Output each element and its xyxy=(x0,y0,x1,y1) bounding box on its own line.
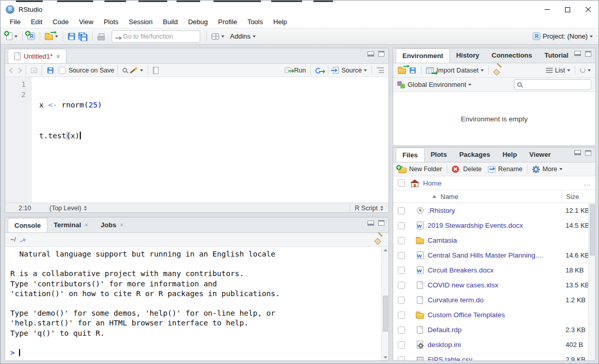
code-area[interactable]: x <- rnorm(25) t.test(x) xyxy=(32,77,102,203)
forward-button[interactable] xyxy=(15,67,23,74)
minimize-pane-icon[interactable] xyxy=(367,51,374,57)
tab-packages[interactable]: Packages xyxy=(453,148,496,162)
scrollbar-thumb[interactable] xyxy=(383,296,388,332)
compile-report-button[interactable] xyxy=(151,65,160,76)
minimize-pane-icon[interactable] xyxy=(574,150,581,155)
breadcrumb-more-button[interactable]: ... xyxy=(584,179,591,187)
file-checkbox[interactable] xyxy=(398,267,405,274)
addins-button[interactable]: Addins xyxy=(226,31,257,42)
load-workspace-button[interactable] xyxy=(396,65,408,76)
list-view-button[interactable]: List xyxy=(544,65,572,76)
file-checkbox[interactable] xyxy=(398,341,405,349)
clear-environment-button[interactable] xyxy=(492,65,504,76)
file-checkbox[interactable] xyxy=(398,237,405,244)
rename-button[interactable]: Rename xyxy=(486,164,524,174)
tab-connections[interactable]: Connections xyxy=(485,48,538,63)
menu-debug[interactable]: Debug xyxy=(183,18,213,26)
maximize-pane-icon[interactable] xyxy=(378,220,384,226)
close-tab-icon[interactable]: × xyxy=(56,53,60,60)
find-replace-button[interactable] xyxy=(121,66,129,74)
minimize-pane-icon[interactable] xyxy=(367,221,374,226)
file-row[interactable]: desktop.ini402 B xyxy=(393,337,595,352)
minimize-pane-icon[interactable] xyxy=(574,51,581,56)
clear-console-icon[interactable] xyxy=(375,235,383,244)
scroll-down-icon[interactable] xyxy=(383,356,387,359)
scroll-up-icon[interactable] xyxy=(383,249,387,251)
pane-layout-button[interactable] xyxy=(210,32,226,41)
file-row[interactable]: Circuit Breakers.docx18 KB xyxy=(393,263,595,278)
document-outline-button[interactable] xyxy=(375,66,385,75)
console-prompt-line[interactable]: > xyxy=(10,348,378,358)
save-all-button[interactable] xyxy=(77,31,89,42)
files-scrollbar[interactable] xyxy=(588,203,595,361)
delete-button[interactable]: Delete xyxy=(450,164,483,174)
menu-code[interactable]: Code xyxy=(47,18,74,26)
maximize-button[interactable] xyxy=(557,3,578,16)
goto-file-input[interactable] xyxy=(123,33,197,40)
close-button[interactable] xyxy=(578,3,598,16)
environment-search[interactable] xyxy=(514,79,591,90)
file-row[interactable]: COVID new cases.xlsx13.5 KB xyxy=(393,278,595,293)
file-checkbox[interactable] xyxy=(398,356,405,361)
file-row[interactable]: Custom Office Templates xyxy=(393,307,595,322)
project-menu-button[interactable]: Project: (None) xyxy=(531,31,594,42)
menu-build[interactable]: Build xyxy=(158,18,183,26)
file-type-selector[interactable]: R Script xyxy=(349,203,384,213)
file-row[interactable]: Camtasia xyxy=(393,233,595,248)
menu-view[interactable]: View xyxy=(74,18,98,26)
menu-file[interactable]: File xyxy=(5,18,26,26)
select-all-checkbox[interactable] xyxy=(398,179,405,187)
source-button[interactable]: Source xyxy=(331,65,368,76)
tab-plots[interactable]: Plots xyxy=(425,148,453,162)
import-dataset-button[interactable]: Import Dataset xyxy=(425,65,485,76)
close-tab-icon[interactable]: × xyxy=(120,222,124,229)
tab-environment[interactable]: Environment xyxy=(396,48,450,63)
goto-file-search[interactable] xyxy=(112,30,200,43)
refresh-button[interactable] xyxy=(578,66,592,75)
menu-edit[interactable]: Edit xyxy=(26,18,47,26)
save-source-button[interactable] xyxy=(45,65,56,76)
file-row[interactable]: .Rhistory12.1 KB xyxy=(393,203,595,218)
file-checkbox[interactable] xyxy=(398,207,405,214)
menu-help[interactable]: Help xyxy=(268,18,292,26)
file-row[interactable]: Central Sand Hills Master Planning....14… xyxy=(393,248,595,263)
console-output[interactable]: Natural language support but running in … xyxy=(5,247,389,361)
file-checkbox[interactable] xyxy=(398,297,405,304)
menu-session[interactable]: Session xyxy=(124,18,157,26)
source-on-save-checkbox[interactable] xyxy=(59,67,66,74)
rerun-button[interactable] xyxy=(314,65,325,75)
column-size[interactable]: Size xyxy=(561,190,595,203)
maximize-pane-icon[interactable] xyxy=(585,51,591,57)
file-checkbox[interactable] xyxy=(398,252,405,259)
new-folder-button[interactable]: New Folder xyxy=(397,164,444,175)
console-scrollbar[interactable] xyxy=(381,247,389,361)
maximize-pane-icon[interactable] xyxy=(378,51,384,57)
file-checkbox[interactable] xyxy=(398,312,405,319)
print-button[interactable] xyxy=(96,31,107,42)
back-button[interactable] xyxy=(8,67,15,74)
scope-selector[interactable]: (Top Level) xyxy=(49,205,88,212)
file-row[interactable]: 2019 Stewardship Events.docx14.5 KB xyxy=(393,218,595,233)
file-checkbox[interactable] xyxy=(398,282,405,289)
scrollbar-thumb[interactable] xyxy=(590,204,595,256)
tab-viewer[interactable]: Viewer xyxy=(523,148,557,162)
tab-files[interactable]: Files xyxy=(396,148,425,162)
global-environment-selector[interactable]: Global Environment xyxy=(408,81,466,88)
column-name[interactable]: Name xyxy=(432,193,459,201)
file-checkbox[interactable] xyxy=(398,222,405,229)
open-in-new-window-button[interactable] xyxy=(29,66,39,75)
tab-untitled1[interactable]: Untitled1* × xyxy=(8,49,66,64)
run-button[interactable]: Run xyxy=(283,65,307,76)
tab-history[interactable]: History xyxy=(450,48,485,63)
more-button[interactable]: More xyxy=(531,164,563,175)
menu-plots[interactable]: Plots xyxy=(98,18,124,26)
file-row[interactable]: Curvature term.do1.2 KB xyxy=(393,293,595,307)
menu-tools[interactable]: Tools xyxy=(242,18,268,26)
tab-console[interactable]: Console xyxy=(8,218,47,233)
file-checkbox[interactable] xyxy=(398,326,405,334)
new-file-button[interactable] xyxy=(5,31,19,42)
file-row[interactable]: FIPS table.csv2.9 KB xyxy=(393,352,595,361)
file-row[interactable]: Default.rdp2.3 KB xyxy=(393,322,595,337)
open-file-button[interactable] xyxy=(43,31,60,42)
code-editor[interactable]: 1 2 x <- rnorm(25) t.test(x) xyxy=(5,77,389,203)
